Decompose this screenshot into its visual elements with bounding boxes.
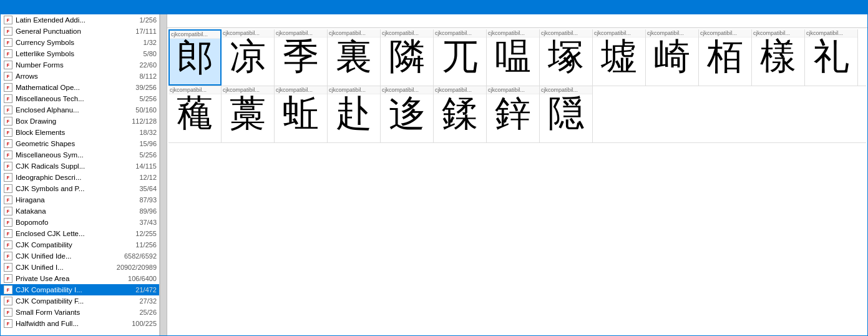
sidebar-item-name-12: Miscellaneous Sym... [16,151,137,159]
sidebar-item-name-3: Letterlike Symbols [16,50,141,57]
sidebar-item-6[interactable]: FMathematical Ope...39/256 [1,82,159,93]
sidebar-item-name-21: CJK Unified Ide... [16,252,122,260]
sidebar-item-0[interactable]: FLatin Extended Addi...1/256 [1,14,159,26]
sidebar-item-count-25: 27/32 [139,297,157,305]
glyph-cell-1-2[interactable]: cjkcompatibil...蚯 [275,86,328,142]
glyph-cell-1-7[interactable]: cjkcompatibil...隠 [540,86,593,142]
glyph-cell-0-12[interactable]: cjkcompatibil...礼 [805,29,858,86]
sidebar-item-1[interactable]: FGeneral Punctuation17/111 [1,26,159,37]
font-icon-0: F [3,15,13,25]
sidebar-item-20[interactable]: FCJK Compatibility11/256 [1,239,159,250]
sidebar-item-count-26: 25/26 [139,309,157,316]
sidebar-item-14[interactable]: FIdeographic Descri...12/12 [1,172,159,183]
font-icon-7: F [3,94,13,104]
font-icon-21: F [3,251,13,261]
sidebar-item-15[interactable]: FCJK Symbols and P...35/64 [1,183,159,194]
glyph-cell-0-3[interactable]: cjkcompatibil...裏 [328,29,381,86]
font-icon-26: F [3,307,13,317]
sidebar-item-name-24: CJK Compatibility I... [16,286,133,294]
sidebar-item-12[interactable]: FMiscellaneous Sym...5/256 [1,149,159,161]
sidebar-item-count-1: 17/111 [135,27,157,35]
sidebar-item-3[interactable]: FLetterlike Symbols5/80 [1,48,159,59]
sidebar-item-name-9: Box Drawing [16,117,129,125]
glyph-cell-0-2[interactable]: cjkcompatibil...季 [275,29,328,86]
font-icon-16: F [3,195,13,205]
sidebar-item-7[interactable]: FMiscellaneous Tech...5/256 [1,93,159,104]
sidebar-item-9[interactable]: FBox Drawing112/128 [1,116,159,127]
glyph-char-0-4: 隣 [389,39,425,75]
font-icon-11: F [3,139,13,149]
font-icon-12: F [3,150,13,160]
glyph-char-0-10: 栢 [707,39,743,75]
font-icon-25: F [3,296,13,306]
sidebar-item-10[interactable]: FBlock Elements18/32 [1,127,159,138]
sidebar-item-19[interactable]: FEnclosed CJK Lette...12/255 [1,228,159,239]
glyph-char-0-8: 墟 [601,39,637,75]
glyph-cell-0-6[interactable]: cjkcompatibil...嗢 [487,29,540,86]
glyph-cell-0-0[interactable]: cjkcompatibil...郎 [168,29,222,86]
resize-divider[interactable] [160,14,167,335]
glyph-cell-0-10[interactable]: cjkcompatibil...栢 [699,29,752,86]
glyph-cell-0-8[interactable]: cjkcompatibil...墟 [593,29,646,86]
glyph-cell-0-4[interactable]: cjkcompatibil...隣 [381,29,434,86]
glyph-cell-0-1[interactable]: cjkcompatibil...凉 [222,29,275,86]
sidebar-item-27[interactable]: FHalfwidth and Full...100/225 [1,318,159,329]
sidebar-item-8[interactable]: FEnclosed Alphanu...50/160 [1,104,159,116]
sidebar-item-5[interactable]: FArrows8/112 [1,71,159,82]
sidebar-item-24[interactable]: FCJK Compatibility I...21/472 [1,284,159,295]
glyph-cell-0-5[interactable]: cjkcompatibil...兀 [434,29,487,86]
glyph-char-0-0: 郎 [177,40,213,76]
sidebar-item-13[interactable]: FCJK Radicals Suppl...14/115 [1,161,159,172]
sidebar-item-count-21: 6582/6592 [124,252,157,260]
close-button[interactable] [852,2,862,12]
font-icon-15: F [3,184,13,194]
glyph-cell-0-7[interactable]: cjkcompatibil...塚 [540,29,593,86]
sidebar-item-26[interactable]: FSmall Form Variants25/26 [1,307,159,318]
glyph-grid[interactable]: cjkcompatibil...郎cjkcompatibil...凉cjkcom… [167,28,867,335]
sidebar-item-count-23: 106/6400 [128,275,157,282]
font-icon-19: F [3,229,13,239]
sidebar-item-count-10: 18/32 [139,129,157,136]
sidebar-item-count-27: 100/225 [132,320,157,327]
sidebar: FLatin Extended Addi...1/256FGeneral Pun… [1,14,160,335]
sidebar-item-25[interactable]: FCJK Compatibility F...27/32 [1,295,159,307]
glyph-cell-1-5[interactable]: cjkcompatibil...鍒 [434,86,487,142]
sidebar-item-21[interactable]: FCJK Unified Ide...6582/6592 [1,250,159,262]
sidebar-item-name-4: Number Forms [16,61,137,69]
glyph-cell-1-6[interactable]: cjkcompatibil...鋅 [487,86,540,142]
glyph-row-0: cjkcompatibil...郎cjkcompatibil...凉cjkcom… [168,29,866,86]
sidebar-item-count-15: 35/64 [139,185,157,192]
glyph-cell-1-0[interactable]: cjkcompatibil...蘒 [168,86,222,142]
sidebar-item-count-24: 21/472 [135,286,157,294]
sidebar-item-22[interactable]: FCJK Unified I...20902/20989 [1,262,159,273]
content-area: FLatin Extended Addi...1/256FGeneral Pun… [1,14,867,335]
sidebar-item-count-7: 5/256 [139,95,157,102]
sidebar-item-name-0: Latin Extended Addi... [16,16,137,24]
sidebar-item-name-13: CJK Radicals Suppl... [16,162,133,170]
sidebar-item-11[interactable]: FGeometric Shapes15/96 [1,138,159,149]
glyph-char-1-2: 蚯 [283,96,319,132]
sidebar-item-16[interactable]: FHiragana87/93 [1,194,159,205]
sidebar-item-name-27: Halfwidth and Full... [16,320,129,327]
sidebar-item-17[interactable]: FKatakana89/96 [1,205,159,217]
glyph-char-1-7: 隠 [548,96,584,132]
glyph-cell-0-11[interactable]: cjkcompatibil...樣 [752,29,805,86]
font-icon-5: F [3,71,13,81]
sidebar-item-18[interactable]: FBopomofo37/43 [1,217,159,228]
sidebar-item-2[interactable]: FCurrency Symbols1/32 [1,37,159,48]
sidebar-item-count-8: 50/160 [135,106,157,114]
sidebar-item-4[interactable]: FNumber Forms22/60 [1,59,159,71]
sidebar-item-count-22: 20902/20989 [117,264,157,271]
font-icon-24: F [3,285,13,295]
glyph-char-1-0: 蘒 [177,96,213,132]
sidebar-item-name-11: Geometric Shapes [16,140,137,147]
glyph-cell-1-1[interactable]: cjkcompatibil...藁 [222,86,275,142]
sidebar-item-name-22: CJK Unified I... [16,264,114,271]
font-icon-22: F [3,262,13,272]
glyph-cell-1-3[interactable]: cjkcompatibil...赴 [328,86,381,142]
glyph-cell-0-9[interactable]: cjkcompatibil...崎 [646,29,699,86]
sidebar-item-count-4: 22/60 [139,61,157,69]
glyph-cell-1-4[interactable]: cjkcompatibil...迻 [381,86,434,142]
sidebar-item-count-13: 14/115 [135,162,157,170]
sidebar-item-23[interactable]: FPrivate Use Area106/6400 [1,273,159,284]
